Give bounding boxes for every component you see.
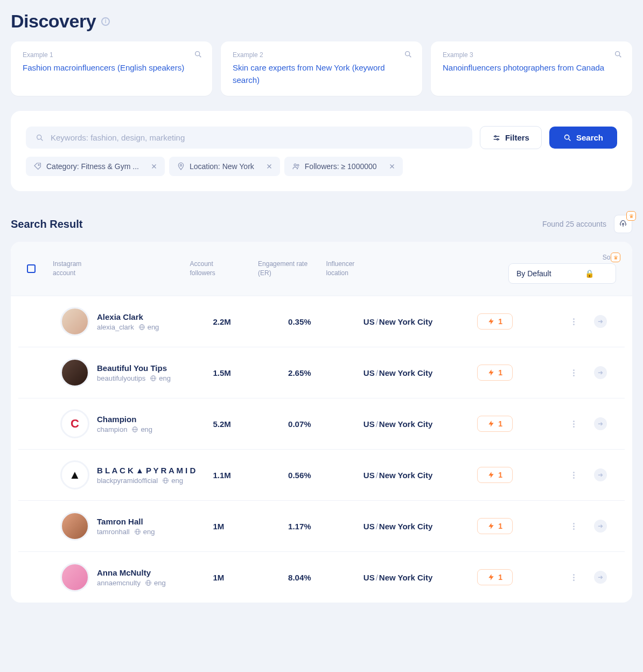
svg-point-2: [406, 52, 410, 56]
add-button[interactable]: ➜: [594, 315, 607, 328]
add-button[interactable]: ➜: [594, 571, 607, 584]
example-card[interactable]: Example 1 Fashion macroinfluencers (Engl…: [11, 41, 212, 96]
col-header-followers: Accountfollowers: [190, 260, 247, 278]
chip-label: Followers: ≥ 1000000: [305, 162, 377, 171]
account-name[interactable]: Alexia Clark: [97, 312, 159, 321]
followers-value: 5.2M: [213, 419, 277, 429]
followers-value: 1.5M: [213, 368, 277, 377]
svg-line-1: [199, 55, 201, 57]
row-menu-button[interactable]: [573, 523, 575, 530]
bolt-icon: [487, 420, 495, 428]
search-icon: [563, 134, 572, 142]
bolt-icon: [487, 522, 495, 530]
table-row: Tamron Hall tamronhall eng 1M 1.17% US/N…: [18, 501, 625, 552]
table-header: Instagramaccount Accountfollowers Engage…: [11, 242, 632, 296]
search-button[interactable]: Search: [549, 127, 617, 149]
credits-button[interactable]: 1: [477, 569, 513, 585]
example-label: Example 2: [233, 51, 410, 59]
svg-point-6: [37, 135, 41, 139]
credits-button[interactable]: 1: [477, 467, 513, 483]
add-button[interactable]: ➜: [594, 520, 607, 533]
select-all-checkbox[interactable]: [27, 264, 36, 273]
row-menu-button[interactable]: [573, 421, 575, 428]
search-input[interactable]: [51, 133, 463, 142]
chip-remove-button[interactable]: [381, 158, 403, 175]
results-title: Search Result: [11, 218, 82, 230]
account-handle: blackpyramidofficial: [97, 477, 158, 485]
results-table: Instagramaccount Accountfollowers Engage…: [11, 242, 632, 603]
chip-remove-button[interactable]: [258, 158, 280, 175]
row-menu-button[interactable]: [573, 318, 575, 325]
svg-point-12: [497, 138, 499, 140]
account-name[interactable]: Tamron Hall: [97, 517, 155, 526]
credits-button[interactable]: 1: [477, 365, 513, 381]
lock-icon: 🔒: [585, 269, 594, 278]
er-value: 0.56%: [288, 471, 353, 480]
sort-value: By Default: [516, 269, 551, 278]
example-text: Fashion macroinfluencers (English speake…: [23, 62, 200, 74]
followers-value: 1.1M: [213, 471, 277, 480]
search-input-container: [26, 127, 472, 149]
upload-cloud-icon: [619, 220, 627, 228]
location-value: US/New York City: [364, 573, 467, 582]
chip-remove-button[interactable]: [143, 158, 165, 175]
table-row: Beautiful You Tips beautifulyoutips eng …: [18, 347, 625, 398]
svg-point-18: [180, 164, 181, 166]
credits-button[interactable]: 1: [477, 416, 513, 432]
col-header-location: Influencerlocation: [326, 260, 418, 278]
col-header-account: Instagramaccount: [53, 260, 179, 278]
row-menu-button[interactable]: [573, 574, 575, 581]
export-button[interactable]: ♛: [614, 215, 632, 233]
location-value: US/New York City: [364, 317, 467, 326]
search-icon: [404, 50, 413, 59]
search-icon: [614, 50, 623, 59]
filters-button[interactable]: Filters: [480, 126, 542, 149]
account-name[interactable]: Champion: [97, 415, 152, 424]
bolt-icon: [487, 573, 495, 581]
account-name[interactable]: Beautiful You Tips: [97, 363, 171, 373]
er-value: 8.04%: [288, 573, 353, 582]
account-handle: alexia_clark: [97, 323, 134, 331]
language-badge: eng: [131, 425, 152, 433]
location-value: US/New York City: [364, 522, 467, 531]
search-button-label: Search: [576, 133, 603, 142]
page-title: Discovery: [11, 11, 96, 32]
example-card[interactable]: Example 3 Nanoinfluencers photographers …: [431, 41, 632, 96]
pin-icon: [177, 162, 185, 171]
filter-chip: Category: Fitness & Gym ...: [26, 157, 165, 176]
add-button[interactable]: ➜: [594, 417, 607, 430]
avatar: C: [60, 409, 89, 438]
bolt-icon: [487, 471, 495, 479]
svg-point-13: [565, 135, 569, 139]
account-name[interactable]: B L A C K ▲ P Y R A M I D: [97, 466, 195, 475]
account-handle: tamronhall: [97, 528, 130, 536]
credits-button[interactable]: 1: [477, 313, 513, 330]
add-button[interactable]: ➜: [594, 468, 607, 481]
language-badge: eng: [134, 528, 155, 536]
er-value: 2.65%: [288, 368, 353, 377]
crown-badge-icon: ♛: [626, 211, 636, 221]
info-icon[interactable]: i: [101, 17, 110, 26]
crown-badge-icon: ♛: [611, 253, 620, 262]
svg-line-7: [41, 139, 43, 141]
search-panel: Filters Search Category: Fitness & Gym .…: [11, 111, 632, 191]
example-cards: Example 1 Fashion macroinfluencers (Engl…: [11, 41, 632, 96]
followers-value: 1M: [213, 522, 277, 531]
row-menu-button[interactable]: [573, 369, 575, 376]
account-handle: champion: [97, 425, 127, 433]
language-badge: eng: [138, 323, 159, 331]
account-name[interactable]: Anna McNulty: [97, 568, 166, 577]
sort-select[interactable]: By Default 🔒: [508, 263, 616, 284]
row-menu-button[interactable]: [573, 472, 575, 479]
er-value: 0.35%: [288, 317, 353, 326]
add-button[interactable]: ➜: [594, 366, 607, 379]
credits-button[interactable]: 1: [477, 518, 513, 534]
svg-point-0: [195, 52, 200, 56]
filters-label: Filters: [505, 133, 529, 142]
language-badge: eng: [145, 579, 166, 587]
filter-chip: Followers: ≥ 1000000: [284, 157, 403, 176]
avatar: [60, 307, 89, 336]
table-rows: Alexia Clark alexia_clark eng 2.2M 0.35%…: [11, 296, 632, 603]
example-card[interactable]: Example 2 Skin care experts from New Yor…: [221, 41, 422, 96]
filter-chips: Category: Fitness & Gym ... Location: Ne…: [26, 157, 617, 176]
